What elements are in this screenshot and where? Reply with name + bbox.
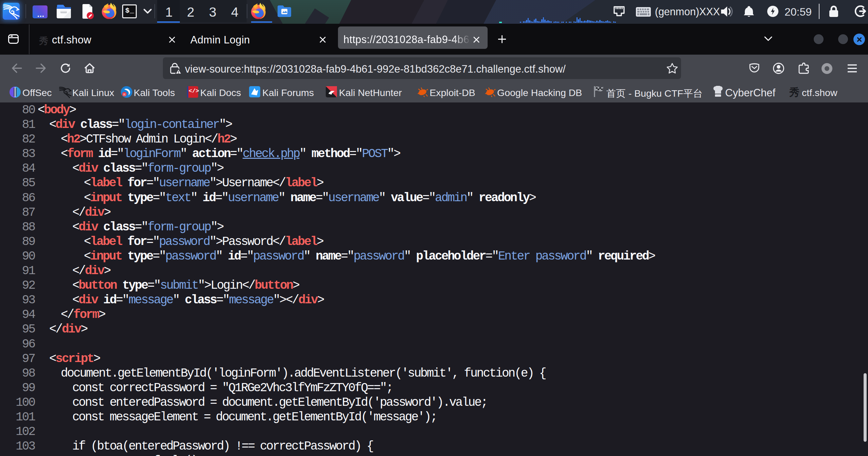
svg-text:π: π <box>123 92 126 96</box>
